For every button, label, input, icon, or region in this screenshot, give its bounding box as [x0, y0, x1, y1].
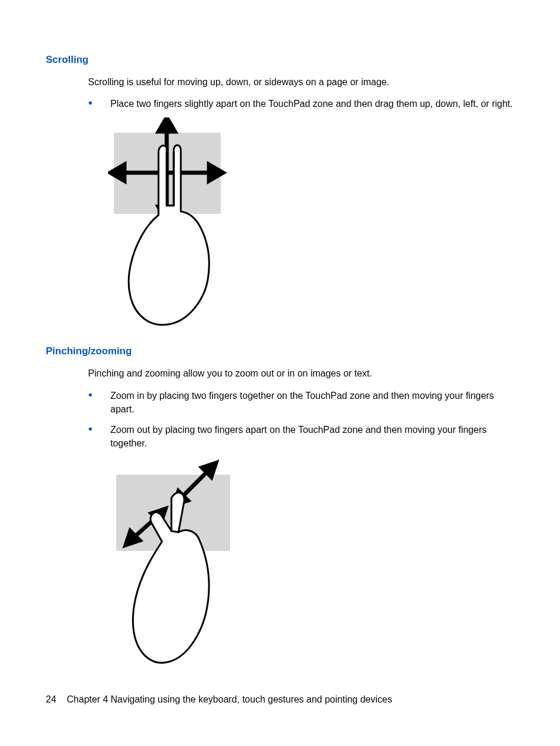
- chapter-title: Chapter 4 Navigating using the keyboard,…: [67, 694, 392, 704]
- section-heading-scrolling: Scrolling: [46, 54, 514, 66]
- two-finger-scroll-icon: [108, 117, 235, 329]
- document-page: Scrolling Scrolling is useful for moving…: [0, 0, 560, 746]
- svg-marker-6: [209, 164, 223, 181]
- pinch-zoom-gesture-illustration: [108, 457, 514, 668]
- svg-marker-3: [158, 117, 175, 132]
- list-item: Zoom out by placing two fingers apart on…: [88, 423, 514, 450]
- section-heading-pinching: Pinching/zooming: [46, 345, 514, 357]
- svg-marker-5: [110, 164, 124, 181]
- section-intro-scrolling: Scrolling is useful for moving up, down,…: [88, 75, 514, 89]
- page-footer: 24Chapter 4 Navigating using the keyboar…: [46, 694, 514, 705]
- scrolling-gesture-illustration: [108, 117, 514, 329]
- bullet-list-scrolling: Place two fingers slightly apart on the …: [88, 97, 514, 110]
- pinch-zoom-icon: [108, 457, 243, 668]
- section-intro-pinching: Pinching and zooming allow you to zoom o…: [88, 367, 514, 380]
- svg-line-16: [171, 531, 178, 532]
- list-item: Zoom in by placing two fingers together …: [88, 389, 514, 416]
- list-item: Place two fingers slightly apart on the …: [88, 97, 514, 110]
- bullet-list-pinching: Zoom in by placing two fingers together …: [88, 389, 514, 451]
- page-number: 24: [46, 694, 56, 705]
